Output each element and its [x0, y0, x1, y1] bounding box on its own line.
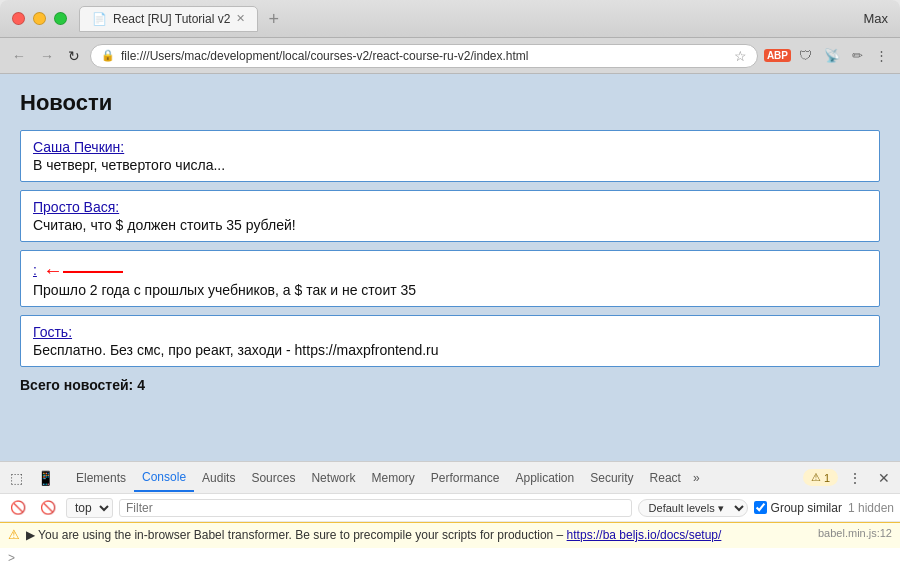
devtools-tabs: ⬚ 📱 Elements Console Audits Sources Netw… — [0, 462, 900, 494]
shield-icon[interactable]: 🛡 — [795, 46, 816, 65]
device-icon[interactable]: 📱 — [31, 466, 60, 490]
lock-icon: 🔒 — [101, 49, 115, 62]
tab-area: 📄 React [RU] Tutorial v2 ✕ + — [79, 6, 863, 32]
minimize-button[interactable] — [33, 12, 46, 25]
warning-triangle-icon: ⚠ — [8, 527, 20, 542]
maximize-button[interactable] — [54, 12, 67, 25]
devtools-toolbar: 🚫 🚫 top Default levels ▾ Group similar 1… — [0, 494, 900, 522]
reload-button[interactable]: ↻ — [64, 46, 84, 66]
news-author[interactable]: : — [33, 262, 37, 278]
pen-icon[interactable]: ✏ — [848, 46, 867, 65]
warning-count: 1 — [824, 472, 830, 484]
toolbar-icons: ABP 🛡 📡 ✏ ⋮ — [764, 46, 892, 65]
bookmark-icon: ☆ — [734, 48, 747, 64]
tab-favicon: 📄 — [92, 12, 107, 26]
adblock-badge[interactable]: ABP — [764, 49, 791, 62]
group-similar-label[interactable]: Group similar — [754, 501, 842, 515]
devtools-close-icon[interactable]: ✕ — [872, 466, 896, 490]
new-tab-button[interactable]: + — [262, 10, 285, 28]
group-similar-checkbox[interactable] — [754, 501, 767, 514]
news-text: Бесплатно. Без смс, про реакт, заходи - … — [33, 342, 439, 358]
console-input[interactable] — [19, 551, 892, 565]
browser-tab[interactable]: 📄 React [RU] Tutorial v2 ✕ — [79, 6, 258, 32]
forward-button[interactable]: → — [36, 46, 58, 66]
news-author[interactable]: Гость: — [33, 324, 867, 340]
tab-title: React [RU] Tutorial v2 — [113, 12, 230, 26]
close-button[interactable] — [12, 12, 25, 25]
back-button[interactable]: ← — [8, 46, 30, 66]
context-select[interactable]: top — [66, 498, 113, 518]
console-message-text: ▶ You are using the in-browser Babel tra… — [26, 527, 812, 544]
tab-close-button[interactable]: ✕ — [236, 12, 245, 25]
warning-badge: ⚠ 1 — [803, 469, 838, 486]
hidden-count: 1 hidden — [848, 501, 894, 515]
devtools-panel: ⬚ 📱 Elements Console Audits Sources Netw… — [0, 461, 900, 568]
levels-select[interactable]: Default levels ▾ — [638, 499, 748, 517]
news-item: Просто Вася: Считаю, что $ должен стоить… — [20, 190, 880, 242]
console-warning: ⚠ ▶ You are using the in-browser Babel t… — [0, 522, 900, 548]
tab-network[interactable]: Network — [303, 465, 363, 491]
tab-react[interactable]: React — [642, 465, 689, 491]
devtools-more-button[interactable]: » — [689, 467, 704, 489]
chevron-icon: > — [8, 551, 15, 565]
stop-icon[interactable]: 🚫 — [6, 498, 30, 517]
console-file: babel.min.js:12 — [818, 527, 892, 539]
inspect-icon[interactable]: ⬚ — [4, 466, 29, 490]
news-text: Считаю, что $ должен стоить 35 рублей! — [33, 217, 296, 233]
tab-performance[interactable]: Performance — [423, 465, 508, 491]
devtools-right-controls: ⚠ 1 ⋮ ✕ — [803, 466, 896, 490]
tab-elements[interactable]: Elements — [68, 465, 134, 491]
tab-application[interactable]: Application — [508, 465, 583, 491]
warning-icon: ⚠ — [811, 471, 821, 484]
news-item: Саша Печкин: В четверг, четвертого числа… — [20, 130, 880, 182]
console-link[interactable]: https://ba beljs.io/docs/setup/ — [567, 528, 722, 542]
news-item-highlighted: : ←――― Прошло 2 года с прошлых учебников… — [20, 250, 880, 307]
devtools-settings-icon[interactable]: ⋮ — [842, 466, 868, 490]
tab-console[interactable]: Console — [134, 464, 194, 492]
news-author[interactable]: Просто Вася: — [33, 199, 867, 215]
red-arrow-icon: ←――― — [43, 259, 123, 282]
browser-window: 📄 React [RU] Tutorial v2 ✕ + Max ← → ↻ 🔒… — [0, 0, 900, 568]
url-text: file:///Users/mac/development/local/cour… — [121, 49, 728, 63]
arrow-indicator: : ←――― — [33, 259, 867, 282]
news-list: Саша Печкин: В четверг, четвертого числа… — [20, 130, 880, 367]
news-text: В четверг, четвертого числа... — [33, 157, 225, 173]
page-title: Новости — [20, 90, 880, 116]
news-text: Прошло 2 года с прошлых учебников, а $ т… — [33, 282, 416, 298]
clear-icon[interactable]: 🚫 — [36, 498, 60, 517]
address-bar: ← → ↻ 🔒 file:///Users/mac/development/lo… — [0, 38, 900, 74]
user-label: Max — [863, 11, 888, 26]
devtools-left-icons: ⬚ 📱 — [4, 466, 60, 490]
news-item: Гость: Бесплатно. Без смс, про реакт, за… — [20, 315, 880, 367]
tab-memory[interactable]: Memory — [363, 465, 422, 491]
window-controls — [12, 12, 67, 25]
tab-audits[interactable]: Audits — [194, 465, 243, 491]
cast-icon[interactable]: 📡 — [820, 46, 844, 65]
page-content: Новости Саша Печкин: В четверг, четверто… — [0, 74, 900, 461]
tab-security[interactable]: Security — [582, 465, 641, 491]
total-label: Всего новостей: 4 — [20, 377, 880, 393]
news-author[interactable]: Саша Печкин: — [33, 139, 867, 155]
tab-sources[interactable]: Sources — [243, 465, 303, 491]
title-bar: 📄 React [RU] Tutorial v2 ✕ + Max — [0, 0, 900, 38]
more-icon[interactable]: ⋮ — [871, 46, 892, 65]
console-input-row: > — [0, 548, 900, 568]
filter-input[interactable] — [119, 499, 632, 517]
url-box[interactable]: 🔒 file:///Users/mac/development/local/co… — [90, 44, 758, 68]
